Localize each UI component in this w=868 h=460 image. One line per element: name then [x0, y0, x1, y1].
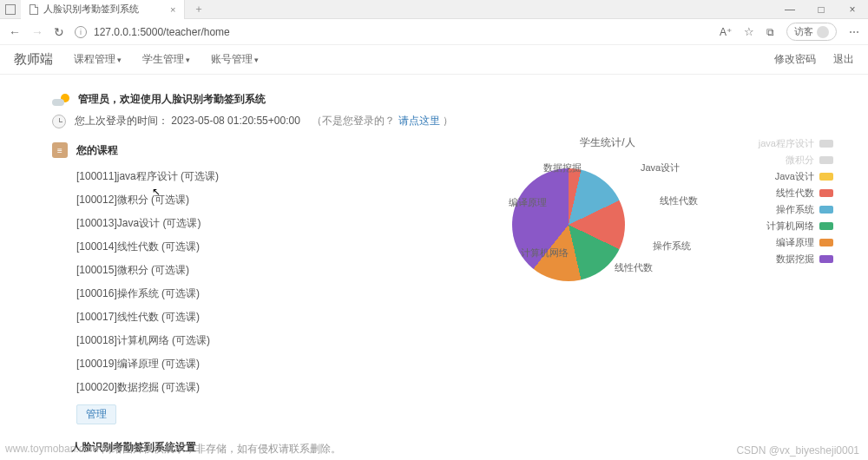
pie-label: 操作系统 [653, 240, 691, 253]
url-text: 127.0.0.1:5000/teacher/home [94, 26, 230, 38]
manage-courses-button[interactable]: 管理 [76, 404, 116, 424]
close-tab-icon[interactable]: × [170, 4, 175, 15]
course-list: [100011]java程序设计 (可选课) [100012]微积分 (可选课)… [52, 165, 365, 399]
forward-icon[interactable]: → [31, 25, 43, 39]
legend-item[interactable]: 微积分 [759, 152, 833, 168]
extensions-icon[interactable]: ⧉ [766, 26, 774, 38]
avatar-icon [817, 26, 829, 38]
legend-item[interactable]: 操作系统 [759, 201, 833, 218]
course-item[interactable]: [100011]java程序设计 (可选课) [76, 165, 365, 188]
course-item[interactable]: [100012]微积分 (可选课) [76, 188, 365, 212]
chart-legend: java程序设计微积分Java设计线性代数操作系统计算机网络编译原理数据挖掘 [759, 135, 833, 267]
nav-student-mgmt[interactable]: 学生管理▾ [142, 52, 190, 67]
pie-label: 编译原理 [509, 196, 547, 209]
course-item[interactable]: [100014]线性代数 (可选课) [76, 235, 365, 259]
pie-label: 计算机网络 [521, 246, 569, 260]
last-login-text: 您上次登录的时间： 2023-05-08 01:20:55+00:00 （不是您… [75, 114, 453, 128]
nav-course-mgmt[interactable]: 课程管理▾ [74, 52, 122, 67]
address-bar: ← → ↻ i 127.0.0.1:5000/teacher/home A⁺ ☆… [0, 19, 868, 45]
legend-item[interactable]: 编译原理 [759, 234, 833, 251]
course-item[interactable]: [100013]Java设计 (可选课) [76, 212, 365, 235]
maximize-icon[interactable]: □ [806, 3, 837, 16]
legend-item[interactable]: Java设计 [759, 168, 833, 185]
guest-profile-button[interactable]: 访客 [786, 23, 837, 41]
clock-icon [52, 115, 66, 128]
pie-label: 线性代数 [660, 194, 698, 207]
chart-title: 学生统计/人 [580, 135, 635, 150]
welcome-title: 管理员，欢迎使用人脸识别考勤签到系统 [78, 92, 266, 107]
watermark-right: CSDN @vx_biyesheji0001 [736, 444, 859, 457]
course-item[interactable]: [100018]计算机网络 (可选课) [76, 329, 365, 352]
pie-label: 数据挖掘 [543, 161, 582, 174]
nav-logout[interactable]: 退出 [833, 52, 854, 67]
favorite-icon[interactable]: ☆ [744, 25, 754, 38]
weather-icon [52, 94, 69, 106]
site-info-icon[interactable]: i [75, 26, 87, 38]
not-you-link[interactable]: 请点这里 [398, 115, 440, 127]
student-stats-chart: 学生统计/人 Java设计线性代数操作系统线性代数计算机网络编译原理数据挖掘 j… [408, 135, 807, 335]
nav-change-password[interactable]: 修改密码 [774, 52, 816, 67]
tab-title: 人脸识别考勤签到系统 [43, 3, 139, 16]
pie-label: Java设计 [641, 161, 680, 174]
course-item[interactable]: [100020]数据挖掘 (可选课) [76, 376, 365, 399]
read-aloud-icon[interactable]: A⁺ [720, 26, 732, 38]
browser-titlebar: 人脸识别考勤签到系统 × ＋ — □ × [0, 0, 868, 19]
reload-icon[interactable]: ↻ [54, 25, 64, 39]
course-item[interactable]: [100015]微积分 (可选课) [76, 259, 365, 282]
nav-account-mgmt[interactable]: 账号管理▾ [211, 52, 259, 67]
close-window-icon[interactable]: × [837, 3, 868, 16]
guest-label: 访客 [794, 25, 813, 38]
new-tab-icon[interactable]: ＋ [185, 2, 213, 16]
watermark-left: www.toymoban.com 网络图片仅供展示，非存储，如有侵权请联系删除。 [5, 442, 341, 457]
course-item[interactable]: [100019]编译原理 (可选课) [76, 352, 365, 376]
main-content: 管理员，欢迎使用人脸识别考勤签到系统 ↖ 您上次登录的时间： 2023-05-0… [0, 75, 868, 460]
course-item[interactable]: [100016]操作系统 (可选课) [76, 282, 365, 306]
document-icon [30, 4, 38, 15]
more-icon[interactable]: ⋯ [849, 26, 859, 38]
app-nav: 教师端 课程管理▾ 学生管理▾ 账号管理▾ 修改密码 退出 [0, 45, 868, 75]
minimize-icon[interactable]: — [774, 3, 806, 16]
courses-icon: ≡ [52, 142, 68, 158]
browser-tab[interactable]: 人脸识别考勤签到系统 × [21, 0, 185, 19]
legend-item[interactable]: 数据挖掘 [759, 251, 833, 267]
pie-chart [512, 168, 625, 281]
brand-title: 教师端 [14, 51, 53, 68]
legend-item[interactable]: java程序设计 [759, 135, 833, 152]
course-item[interactable]: [100017]线性代数 (可选课) [76, 306, 365, 329]
legend-item[interactable]: 线性代数 [759, 185, 833, 201]
url-input[interactable]: i 127.0.0.1:5000/teacher/home [75, 26, 709, 38]
pie-label: 线性代数 [615, 261, 653, 274]
courses-header: 您的课程 [76, 143, 118, 158]
back-icon[interactable]: ← [9, 25, 21, 39]
panel-icon[interactable] [5, 4, 16, 15]
legend-item[interactable]: 计算机网络 [759, 218, 833, 234]
